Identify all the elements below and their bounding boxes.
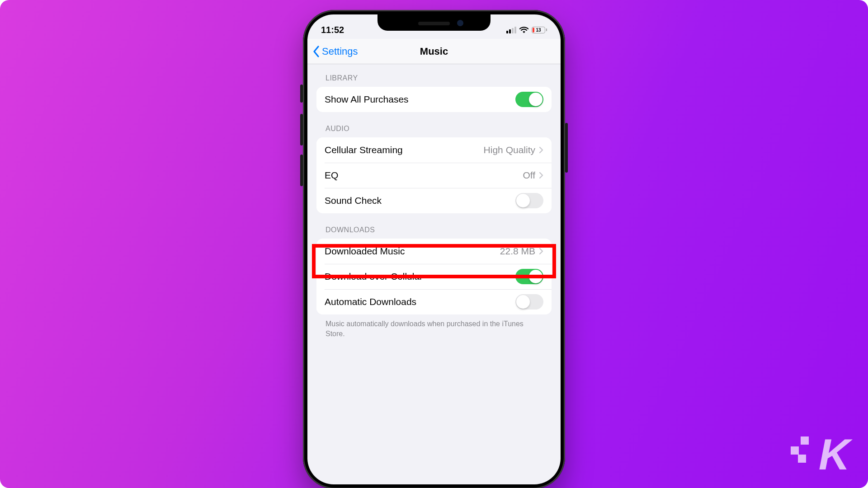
group-library: Show All Purchases [316, 87, 552, 112]
row-download-over-cellular[interactable]: Download over Cellular [316, 264, 552, 289]
row-eq[interactable]: EQ Off [316, 163, 552, 188]
section-header-audio: AUDIO [316, 112, 552, 137]
toggle-download-over-cellular[interactable] [515, 269, 543, 284]
wifi-icon [519, 26, 529, 34]
navigation-bar: Settings Music [307, 39, 561, 64]
battery-percentage: 13 [536, 28, 541, 33]
footer-automatic-downloads: Music automatically downloads when purch… [316, 314, 552, 338]
section-header-downloads: DOWNLOADS [316, 213, 552, 239]
volume-up-button [300, 114, 303, 145]
cellular-signal-icon [506, 27, 516, 33]
value-cellular-streaming: High Quality [484, 145, 535, 155]
chevron-left-icon [313, 46, 320, 57]
label-cellular-streaming: Cellular Streaming [325, 145, 484, 155]
phone-frame: 11:52 13 [303, 10, 565, 488]
group-downloads: Downloaded Music 22.8 MB Download over C… [316, 239, 552, 314]
row-cellular-streaming[interactable]: Cellular Streaming High Quality [316, 137, 552, 163]
toggle-automatic-downloads[interactable] [515, 294, 543, 310]
row-automatic-downloads[interactable]: Automatic Downloads [316, 289, 552, 314]
label-download-over-cellular: Download over Cellular [325, 271, 515, 282]
label-automatic-downloads: Automatic Downloads [325, 296, 515, 307]
chevron-right-icon [539, 248, 543, 255]
label-show-all-purchases: Show All Purchases [325, 94, 515, 105]
row-sound-check[interactable]: Sound Check [316, 188, 552, 213]
label-downloaded-music: Downloaded Music [325, 246, 500, 257]
chevron-right-icon [539, 146, 543, 154]
toggle-sound-check[interactable] [515, 193, 543, 208]
label-eq: EQ [325, 170, 523, 181]
battery-icon: 13 [532, 27, 547, 33]
page-title: Music [420, 46, 448, 57]
watermark-letter: K [819, 430, 848, 479]
row-downloaded-music[interactable]: Downloaded Music 22.8 MB [316, 239, 552, 264]
row-show-all-purchases[interactable]: Show All Purchases [316, 87, 552, 112]
background: K 11:52 [0, 0, 868, 488]
back-label: Settings [322, 46, 358, 57]
section-header-library: LIBRARY [316, 64, 552, 87]
settings-content[interactable]: LIBRARY Show All Purchases AUDIO Cellula… [307, 64, 561, 484]
watermark: K [819, 433, 848, 476]
group-audio: Cellular Streaming High Quality EQ Off S… [316, 137, 552, 213]
value-downloaded-music: 22.8 MB [500, 246, 535, 257]
screen: 11:52 13 [307, 14, 561, 484]
label-sound-check: Sound Check [325, 195, 515, 206]
notch [377, 14, 491, 31]
chevron-right-icon [539, 172, 543, 179]
status-time: 11:52 [321, 25, 344, 35]
side-button [565, 123, 568, 173]
toggle-show-all-purchases[interactable] [515, 92, 543, 107]
back-button[interactable]: Settings [313, 39, 358, 64]
mute-switch [300, 84, 303, 103]
volume-down-button [300, 155, 303, 186]
value-eq: Off [523, 170, 535, 181]
